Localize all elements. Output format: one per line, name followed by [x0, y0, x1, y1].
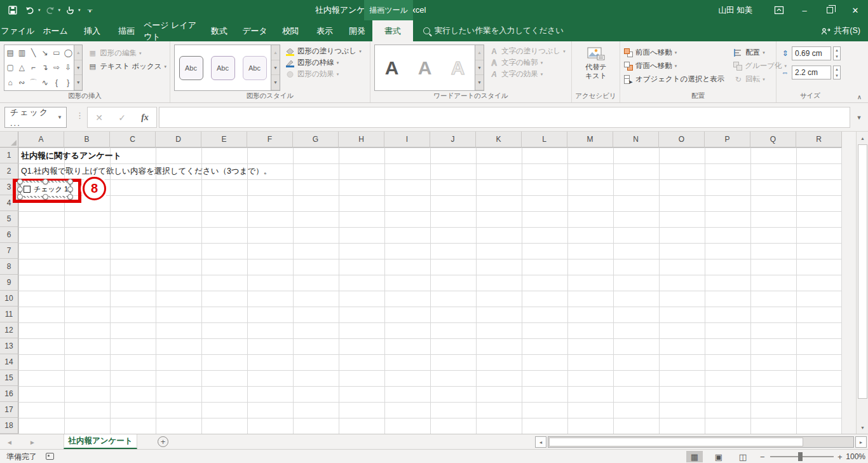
shape-gallery-scrollbar[interactable]: ▲ ▼ ▼ [74, 45, 83, 91]
save-icon[interactable] [5, 3, 20, 18]
gallery-more-icon[interactable]: ▼ [271, 75, 280, 90]
column-header[interactable]: O [659, 132, 705, 148]
column-header[interactable]: F [247, 132, 293, 148]
tab-format-active[interactable]: 書式 [372, 20, 413, 41]
selection-handle[interactable] [67, 186, 73, 192]
row-header[interactable]: 16 [0, 386, 18, 402]
row-header[interactable]: 2 [0, 163, 18, 179]
formula-splitter-handle[interactable]: ⋮ [76, 111, 84, 120]
name-box-dropdown-icon[interactable]: ▼ [57, 114, 62, 120]
column-header[interactable]: D [156, 132, 201, 148]
collapse-ribbon-icon[interactable]: ∧ [857, 93, 862, 100]
elbow-arrow-connector-icon[interactable]: ↴ [39, 60, 51, 76]
column-header[interactable]: H [339, 132, 384, 148]
selection-handle[interactable] [67, 179, 73, 184]
enter-icon[interactable]: ✓ [111, 107, 133, 127]
ribbon-display-options-icon[interactable] [766, 0, 792, 20]
row-header[interactable]: 7 [0, 243, 18, 259]
zoom-in-icon[interactable]: + [837, 450, 843, 463]
selection-handle[interactable] [67, 194, 73, 200]
sheet-nav-right-icon[interactable]: ► [29, 439, 36, 446]
selection-handle[interactable] [17, 194, 23, 200]
scroll-down-icon[interactable]: ▼ [74, 60, 82, 76]
checkbox-form-control-selected[interactable]: チェック 1 [19, 181, 71, 198]
alt-text-button[interactable]: 代替テ キスト [576, 45, 616, 91]
edit-shape-button[interactable]: ▦ 図形の編集▾ [88, 48, 166, 58]
shape-height-stepper[interactable]: ▲▼ [833, 46, 841, 60]
left-brace-icon[interactable]: { [51, 75, 62, 90]
restore-button[interactable] [817, 0, 843, 20]
tell-me-box[interactable]: 実行したい作業を入力してください [423, 20, 564, 41]
column-header[interactable]: K [476, 132, 522, 148]
scroll-down-icon[interactable]: ▼ [858, 422, 867, 432]
page-layout-view-icon[interactable]: ▣ [710, 451, 727, 462]
shape-style-scrollbar[interactable]: ▲ ▼ ▼ [271, 45, 280, 91]
row-header[interactable]: 11 [0, 307, 18, 322]
scroll-left-icon[interactable]: ◄ [535, 436, 546, 448]
zoom-slider-thumb[interactable] [798, 452, 803, 461]
text-effects-button[interactable]: A 文字の効果▾ [489, 69, 566, 79]
triangle-icon[interactable]: △ [16, 60, 27, 76]
row-header[interactable]: 15 [0, 370, 18, 386]
text-box-button[interactable]: ▤ テキスト ボックス▾ [88, 62, 166, 71]
vertical-scroll-thumb[interactable] [858, 144, 867, 399]
freeform-icon[interactable]: ⌂ [4, 75, 16, 90]
column-header[interactable]: E [201, 132, 247, 148]
arrow-icon[interactable]: ↘ [39, 45, 51, 60]
shape-outline-button[interactable]: 図形の枠線▾ [285, 58, 362, 67]
text-fill-button[interactable]: A 文字の塗りつぶし▾ [489, 46, 566, 56]
oval-icon[interactable]: ◯ [62, 45, 74, 60]
row-header[interactable]: 12 [0, 322, 18, 338]
column-header[interactable]: R [796, 132, 842, 148]
wordart-style-scrollbar[interactable]: ▲ ▼ ▼ [475, 45, 484, 91]
rectangle-icon[interactable]: ▭ [51, 45, 62, 60]
insert-function-icon[interactable]: fx [133, 107, 156, 127]
select-all-corner[interactable] [0, 132, 18, 148]
rounded-rectangle-icon[interactable]: ▢ [4, 60, 16, 76]
zoom-level[interactable]: 100% [845, 450, 865, 463]
shape-effects-button[interactable]: 図形の効果▾ [285, 69, 362, 79]
tab-draw[interactable]: 描画 [109, 20, 144, 41]
tab-view[interactable]: 表示 [308, 20, 342, 41]
new-sheet-icon[interactable]: + [158, 436, 168, 447]
shape-style-1[interactable]: Abc [176, 53, 206, 83]
name-box[interactable]: チェック ... ▼ [4, 107, 67, 128]
line-icon[interactable]: ╲ [27, 45, 39, 60]
macro-record-icon[interactable] [46, 453, 54, 460]
column-header[interactable]: C [110, 132, 156, 148]
row-header[interactable]: 8 [0, 259, 18, 275]
tab-file[interactable]: ファイル [0, 20, 36, 41]
horizontal-scroll-thumb[interactable] [549, 438, 803, 446]
column-header[interactable]: G [293, 132, 339, 148]
column-header[interactable]: P [705, 132, 750, 148]
text-outline-button[interactable]: A 文字の輪郭▾ [489, 58, 566, 67]
column-header[interactable]: L [522, 132, 567, 148]
right-arrow-icon[interactable]: ⇨ [51, 60, 62, 76]
scroll-down-icon[interactable]: ▼ [271, 60, 280, 76]
tab-review[interactable]: 校閲 [273, 20, 308, 41]
row-header[interactable]: 5 [0, 211, 18, 227]
tab-page-layout[interactable]: ページ レイアウト [144, 20, 202, 41]
cancel-icon[interactable]: ✕ [88, 107, 111, 127]
page-break-view-icon[interactable]: ◫ [735, 451, 751, 462]
row-header[interactable]: 9 [0, 275, 18, 291]
column-header[interactable]: N [613, 132, 659, 148]
row-header[interactable]: 13 [0, 338, 18, 354]
tab-home[interactable]: ホーム [36, 20, 75, 41]
tab-developer[interactable]: 開発 [342, 20, 372, 41]
down-arrow-icon[interactable]: ⇩ [62, 60, 74, 76]
column-header[interactable]: A [18, 132, 64, 148]
zoom-out-icon[interactable]: − [760, 450, 765, 463]
scribble-icon[interactable]: ∾ [16, 75, 27, 90]
sheet-tab-active[interactable]: 社内報アンケート [64, 434, 137, 449]
scroll-up-icon[interactable]: ▲ [858, 133, 867, 143]
column-header[interactable]: I [384, 132, 430, 148]
bring-forward-button[interactable]: 前面へ移動▾ [624, 48, 724, 57]
minimize-button[interactable]: – [792, 0, 817, 20]
touch-mode-dropdown-arrow[interactable]: ▾ [78, 8, 81, 13]
text-box-horizontal-icon[interactable]: ▤ [4, 45, 16, 60]
tab-formulas[interactable]: 数式 [202, 20, 236, 41]
selection-handle[interactable] [43, 179, 48, 184]
close-button[interactable]: ✕ [843, 0, 868, 20]
row-header[interactable]: 14 [0, 354, 18, 370]
